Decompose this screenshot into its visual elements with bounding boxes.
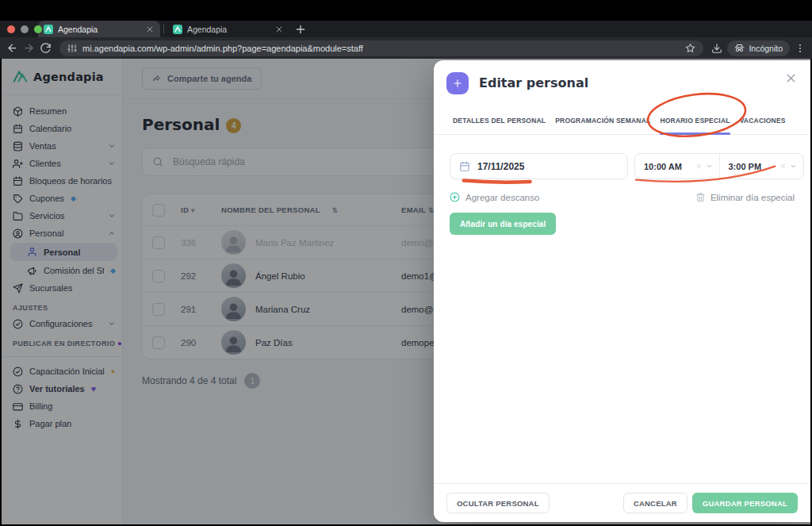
- browser-toolbar: mi.agendapia.com/wp-admin/admin.php?page…: [0, 37, 812, 59]
- zoom-window-button[interactable]: [34, 25, 42, 33]
- trash-icon: [695, 192, 706, 202]
- cancel-button[interactable]: CANCELAR: [623, 493, 688, 513]
- modal-tabs: DETALLES DEL PERSONALPROGRAMACIÓN SEMANA…: [434, 106, 810, 135]
- add-special-day-button[interactable]: Añadir un día especial: [450, 213, 556, 235]
- start-time-value: 10:00 AM: [644, 162, 682, 171]
- tab-title: Agendapia: [187, 25, 270, 34]
- downloads-icon[interactable]: [711, 43, 722, 54]
- special-day-links: Agregar descanso Eliminar día especial: [450, 192, 795, 202]
- tab-favicon: [44, 25, 53, 34]
- site-settings-icon[interactable]: [67, 44, 77, 53]
- delete-special-day-link[interactable]: Eliminar día especial: [695, 192, 795, 202]
- incognito-badge: Incógnito: [727, 40, 790, 56]
- bookmark-star-icon[interactable]: [685, 43, 695, 53]
- chevron-down-icon[interactable]: [706, 163, 713, 170]
- tab-favicon: [173, 25, 182, 34]
- tab-vacaciones[interactable]: VACACIONES: [740, 117, 786, 134]
- plus-circle-icon: [450, 192, 460, 202]
- browser-menu-icon[interactable]: [795, 43, 806, 54]
- calendar-icon: [459, 161, 470, 172]
- reload-icon[interactable]: [40, 42, 52, 54]
- app-viewport: Agendapia ResumenCalendarioVentasCliente…: [2, 59, 810, 524]
- tab-close-icon[interactable]: [274, 25, 284, 34]
- start-time-select[interactable]: 10:00 AM: [635, 154, 719, 179]
- tab-close-icon[interactable]: [145, 25, 155, 34]
- time-range-group: 10:00 AM 3:00 PM: [634, 153, 804, 179]
- add-break-link[interactable]: Agregar descanso: [450, 192, 539, 202]
- close-window-button[interactable]: [7, 25, 15, 33]
- address-bar[interactable]: mi.agendapia.com/wp-admin/admin.php?page…: [59, 40, 703, 56]
- annotation-underline-date: [464, 181, 530, 182]
- browser-tab[interactable]: Agendapia: [167, 21, 289, 37]
- tab-horario-especial[interactable]: HORARIO ESPECIAL: [660, 117, 730, 134]
- date-value: 17/11/2025: [477, 161, 524, 172]
- close-icon[interactable]: [784, 71, 798, 85]
- browser-tabs: AgendapiaAgendapia: [38, 21, 307, 37]
- special-day-date-field[interactable]: 17/11/2025: [450, 153, 628, 179]
- clear-time-icon[interactable]: [695, 163, 703, 170]
- save-staff-button[interactable]: GUARDAR PERSONAL: [692, 493, 798, 513]
- window-controls[interactable]: [7, 25, 42, 33]
- browser-tab[interactable]: Agendapia: [38, 21, 160, 37]
- tab-title: Agendapia: [58, 25, 140, 34]
- modal-footer: OCULTAR PERSONAL CANCELAR GUARDAR PERSON…: [434, 483, 810, 522]
- edit-staff-modal: Editar personal DETALLES DEL PERSONALPRO…: [434, 60, 810, 522]
- incognito-icon: [734, 43, 745, 53]
- window-titlebar: [0, 0, 812, 21]
- plus-icon: [446, 72, 469, 94]
- minimize-window-button[interactable]: [21, 25, 29, 33]
- tab-detalles-del-personal[interactable]: DETALLES DEL PERSONAL: [453, 117, 546, 134]
- modal-title: Editar personal: [479, 75, 588, 90]
- forward-icon[interactable]: [23, 42, 35, 54]
- clear-time-icon[interactable]: [779, 163, 787, 170]
- chevron-down-icon[interactable]: [790, 163, 797, 170]
- url-text[interactable]: mi.agendapia.com/wp-admin/admin.php?page…: [82, 44, 680, 53]
- incognito-label: Incógnito: [749, 44, 783, 53]
- back-icon[interactable]: [6, 42, 18, 54]
- new-tab-button[interactable]: [294, 23, 307, 36]
- hide-staff-button[interactable]: OCULTAR PERSONAL: [446, 493, 550, 513]
- tab-programacion-semanal[interactable]: PROGRAMACIÓN SEMANAL: [555, 117, 650, 134]
- end-time-select[interactable]: 3:00 PM: [719, 154, 804, 179]
- end-time-value: 3:00 PM: [729, 162, 762, 171]
